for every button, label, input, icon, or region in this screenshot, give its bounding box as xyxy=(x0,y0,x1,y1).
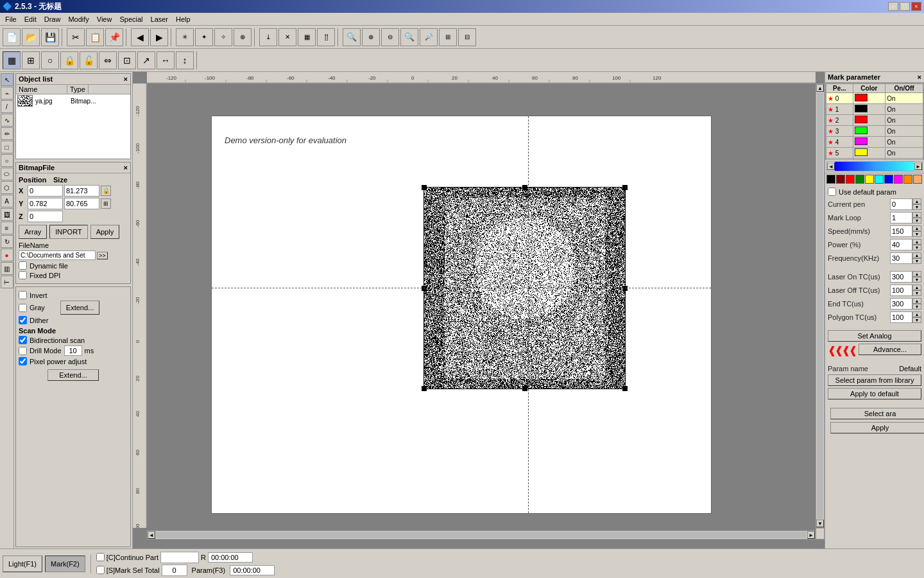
text-tool-btn[interactable]: A xyxy=(1,195,13,207)
pen-row-4[interactable]: ★ 4 On xyxy=(826,137,923,148)
zoom-fit-btn[interactable]: 🔎 xyxy=(420,28,438,46)
object-list-close[interactable]: × xyxy=(124,75,128,83)
polygon-tool-btn[interactable]: ⬡ xyxy=(1,181,13,194)
pen-color-4[interactable] xyxy=(853,137,886,148)
power-down[interactable]: ▼ xyxy=(912,245,921,250)
pen-row-3[interactable]: ★ 3 On xyxy=(826,126,923,137)
handle-tm[interactable] xyxy=(522,185,527,190)
pixel-power-check[interactable] xyxy=(19,357,27,365)
frequency-up[interactable]: ▲ xyxy=(912,252,921,258)
minimize-button[interactable]: − xyxy=(888,2,898,11)
extend-button[interactable]: Extend... xyxy=(47,369,99,381)
pen-color-2[interactable] xyxy=(853,115,886,126)
pen-color-0[interactable] xyxy=(853,93,886,104)
rotate-tool-btn[interactable]: ↻ xyxy=(1,235,13,248)
apply-default-button[interactable]: Apply to default xyxy=(828,388,921,399)
palette-blue[interactable] xyxy=(884,175,893,184)
drill-check[interactable] xyxy=(19,347,27,355)
maximize-button[interactable]: □ xyxy=(900,2,910,11)
mark-loop-up[interactable]: ▲ xyxy=(912,212,921,218)
oval-tool-btn[interactable]: ⬭ xyxy=(1,168,13,180)
table-btn[interactable]: ▦ xyxy=(298,28,316,46)
continuo-input[interactable] xyxy=(160,552,199,563)
pen-color-3[interactable] xyxy=(853,126,886,137)
drawing-canvas[interactable]: Demo version-only for evaluation xyxy=(211,116,712,514)
handle-bl[interactable] xyxy=(422,386,427,391)
palette-right-btn[interactable]: ► xyxy=(914,162,922,170)
end-tc-up[interactable]: ▲ xyxy=(912,298,921,304)
drill-ms-input[interactable] xyxy=(64,346,82,356)
laser-off-down[interactable]: ▼ xyxy=(912,290,921,296)
polygon-tc-input[interactable] xyxy=(890,311,912,323)
set-analog-button[interactable]: Set Analog xyxy=(828,330,921,342)
node-tool-btn[interactable]: ⌁ xyxy=(1,87,13,100)
select-tool-btn[interactable]: ↖ xyxy=(1,73,13,86)
polygon-tc-up[interactable]: ▲ xyxy=(912,311,921,317)
menu-special[interactable]: Special xyxy=(116,14,146,24)
handle-tr[interactable] xyxy=(622,185,628,190)
open-button[interactable]: 📂 xyxy=(22,28,40,46)
select-circle[interactable]: ○ xyxy=(41,51,59,69)
z-pos-input[interactable] xyxy=(28,211,63,222)
laser-off-up[interactable]: ▲ xyxy=(912,285,921,290)
palette-magenta[interactable] xyxy=(894,175,903,184)
palette-red[interactable] xyxy=(846,175,855,184)
palette-yellow[interactable] xyxy=(865,175,874,184)
barcode-tool-btn[interactable]: ≡ xyxy=(1,222,13,234)
gray-check[interactable] xyxy=(19,304,27,312)
line-tool-btn[interactable]: / xyxy=(1,100,13,113)
handle-br[interactable] xyxy=(622,386,628,391)
menu-help[interactable]: Help xyxy=(172,14,194,24)
pen-row-5[interactable]: ★ 5 On xyxy=(826,148,923,159)
bitmap-close[interactable]: × xyxy=(124,164,128,171)
advance-button[interactable]: Advance... xyxy=(859,344,921,355)
sel-total-input[interactable] xyxy=(162,565,187,576)
path-tool-btn[interactable]: ⊢ xyxy=(1,276,13,288)
power-input[interactable] xyxy=(890,239,912,250)
zoom-window-btn[interactable]: ⊟ xyxy=(458,28,476,46)
hscroll-track[interactable] xyxy=(156,532,807,538)
import-btn[interactable]: ⤓ xyxy=(259,28,277,46)
fixed-dpi-check[interactable] xyxy=(19,271,27,279)
vscrollbar[interactable]: ▲ ▼ xyxy=(816,83,825,528)
menu-laser[interactable]: Laser xyxy=(147,14,173,24)
bidirectional-check[interactable] xyxy=(19,336,27,344)
forward-button[interactable]: ▶ xyxy=(150,28,168,46)
end-tc-input[interactable] xyxy=(890,298,912,310)
scroll-left-btn[interactable]: ◄ xyxy=(148,531,155,539)
flip-v-btn[interactable]: ↕ xyxy=(176,51,194,69)
sel-mark-check[interactable] xyxy=(96,566,105,574)
pen-color-5[interactable] xyxy=(853,148,886,159)
laser-off-input[interactable] xyxy=(890,285,912,296)
copy-button[interactable]: 📋 xyxy=(86,28,104,46)
paste-button[interactable]: 📌 xyxy=(105,28,123,46)
laser-on-input[interactable] xyxy=(890,271,912,283)
scroll-right-btn[interactable]: ► xyxy=(807,531,815,539)
palette-cyan[interactable] xyxy=(875,175,884,184)
laser-btn4[interactable]: ⊕ xyxy=(234,28,252,46)
menu-modify[interactable]: Modify xyxy=(64,14,92,24)
lock-btn[interactable]: 🔒 xyxy=(60,51,78,69)
y-size-input[interactable] xyxy=(64,198,99,209)
browse-button[interactable]: >> xyxy=(97,252,108,259)
select-tool[interactable]: ▦ xyxy=(3,51,21,69)
palette-darkred[interactable] xyxy=(836,175,845,184)
zoom-out-btn[interactable]: 🔍 xyxy=(400,28,418,46)
ellipse-tool-btn[interactable]: ○ xyxy=(1,154,13,167)
apply-button-bottom[interactable]: Apply xyxy=(830,422,924,434)
vscroll-track[interactable] xyxy=(817,92,823,519)
unlock-btn[interactable]: 🔓 xyxy=(80,51,98,69)
pen-color-6[interactable] xyxy=(853,159,886,161)
x-pos-input[interactable] xyxy=(28,185,63,197)
pen-row-0[interactable]: ★ 0 On xyxy=(826,93,923,104)
apply-button[interactable]: Apply xyxy=(90,225,120,239)
pen-row-1[interactable]: ★ 1 On xyxy=(826,104,923,115)
scroll-up-btn[interactable]: ▲ xyxy=(816,84,824,92)
end-tc-down[interactable]: ▼ xyxy=(912,304,921,310)
power-up[interactable]: ▲ xyxy=(912,239,921,245)
move-btn[interactable]: ⇔ xyxy=(99,51,117,69)
flip-h-btn[interactable]: ↔ xyxy=(157,51,175,69)
x-size-input[interactable] xyxy=(64,185,99,197)
lock-y-btn[interactable]: ⊞ xyxy=(101,198,111,209)
select-param-button[interactable]: Select param from library xyxy=(828,374,921,386)
